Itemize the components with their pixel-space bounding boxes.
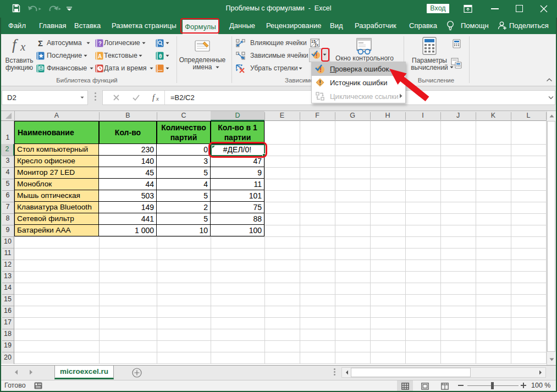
svg-text:f: f [12,36,18,53]
svg-text:...: ... [158,66,163,72]
svg-text:fx: fx [315,42,319,47]
svg-text:x: x [20,40,26,53]
svg-text:f: f [152,93,156,102]
svg-text:A: A [98,53,102,59]
svg-text:!: ! [319,79,321,86]
svg-text:x: x [156,95,159,102]
svg-text:Σ: Σ [38,39,43,47]
svg-text:?: ? [98,41,102,47]
svg-text:θ: θ [159,53,162,59]
